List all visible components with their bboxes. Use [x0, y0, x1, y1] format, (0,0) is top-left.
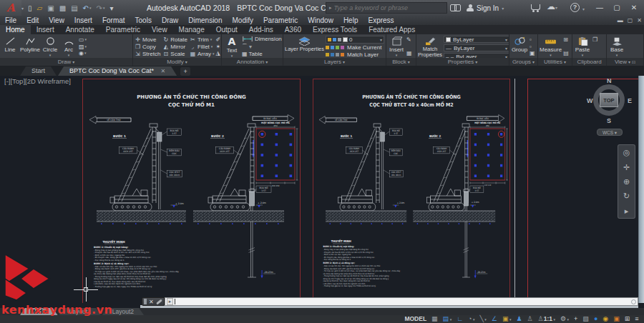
- help-icon[interactable]: ?: [570, 3, 580, 12]
- doc-minimize-button[interactable]: ▬: [618, 16, 623, 25]
- insert-button[interactable]: Insert▾: [388, 35, 405, 58]
- ribbon-tab-annotate[interactable]: Annotate: [60, 25, 100, 34]
- menu-express[interactable]: Express: [363, 16, 399, 25]
- menu-insert[interactable]: Insert: [69, 16, 97, 25]
- isodraft-icon[interactable]: ╲▾: [477, 315, 489, 323]
- id-point-icon[interactable]: ▤: [563, 50, 569, 56]
- array-button[interactable]: ▦Array▾: [190, 50, 215, 57]
- file-tab-close-icon[interactable]: ✕: [160, 68, 165, 74]
- modify-panel-caption[interactable]: Modify▾: [133, 58, 221, 66]
- ribbon-tab-express-tools[interactable]: Express Tools: [307, 25, 363, 34]
- command-input-bar[interactable]: ▸: [165, 297, 638, 306]
- a360-cloud-icon[interactable]: ☁▾: [547, 1, 557, 11]
- vertical-scrollbar[interactable]: [638, 76, 644, 303]
- menu-draw[interactable]: Draw: [157, 16, 183, 25]
- menu-edit[interactable]: Edit: [21, 16, 44, 25]
- new-drawing-tab-button[interactable]: +: [180, 67, 190, 76]
- menu-file[interactable]: File: [0, 16, 21, 25]
- layer-properties-button[interactable]: Layer Properties: [285, 35, 324, 58]
- annotation-scale-icon[interactable]: ♙1:1▾: [535, 315, 557, 323]
- command-customize-wrench-icon[interactable]: [156, 299, 162, 304]
- rectangle-icon[interactable]: ▭▾: [79, 36, 87, 43]
- copy-clip-icon[interactable]: ❐: [592, 36, 597, 43]
- ribbon-tab-parametric[interactable]: Parametric: [100, 25, 146, 34]
- help-search-box[interactable]: ▸: [326, 2, 447, 14]
- wcs-dropdown[interactable]: WCS ▾: [597, 129, 623, 136]
- command-close-icon[interactable]: ✕: [149, 299, 154, 305]
- menu-format[interactable]: Format: [97, 16, 130, 25]
- menu-view[interactable]: View: [44, 16, 69, 25]
- menu-parametric[interactable]: Parametric: [258, 16, 303, 25]
- hatch-icon[interactable]: ▨▾: [79, 44, 87, 50]
- mirror-button[interactable]: ◭Mirror: [162, 43, 187, 50]
- file-tab-document[interactable]: BPTC Coc Dong Va Coc Cat* ✕: [58, 66, 177, 76]
- ribbon-tab-output[interactable]: Output: [210, 25, 243, 34]
- model-space-toggle[interactable]: MODEL: [402, 315, 429, 323]
- close-button[interactable]: ✕: [625, 0, 643, 16]
- annotation-monitor-icon[interactable]: +: [572, 315, 580, 323]
- hardware-acceleration-icon[interactable]: ●: [591, 315, 600, 323]
- minimize-button[interactable]: —: [591, 0, 608, 16]
- offset-icon[interactable]: ◮: [216, 50, 221, 56]
- groups-panel-caption[interactable]: Groups▾: [509, 58, 537, 66]
- sign-in-button[interactable]: Sign In ▾: [467, 0, 504, 16]
- utilities-panel-caption[interactable]: Utilities▾: [538, 58, 572, 66]
- app-menu-caret-icon[interactable]: ▾: [21, 6, 24, 11]
- erase-icon[interactable]: ✐: [216, 36, 221, 43]
- autocad-logo-icon[interactable]: A: [0, 0, 21, 16]
- object-snap-icon[interactable]: ▣▾: [499, 315, 514, 323]
- block-panel-caption[interactable]: Block▾: [386, 58, 416, 66]
- orbit-icon[interactable]: ↻: [623, 192, 630, 200]
- search-binoculars-icon[interactable]: [450, 4, 462, 11]
- pan-icon[interactable]: ✛: [623, 163, 630, 172]
- ribbon-tab-add-ins[interactable]: Add-ins: [243, 25, 279, 34]
- command-grip[interactable]: [144, 299, 147, 304]
- command-input[interactable]: [177, 299, 630, 305]
- maximize-button[interactable]: ▢: [608, 0, 625, 16]
- save-as-icon[interactable]: ▩: [57, 4, 68, 12]
- ribbon-tab-insert[interactable]: Insert: [31, 25, 60, 34]
- group-button[interactable]: Group: [511, 35, 528, 58]
- explode-icon[interactable]: ✶: [216, 44, 221, 50]
- fillet-button[interactable]: ◞Fillet▾: [190, 43, 215, 50]
- command-search-icon[interactable]: [631, 299, 636, 304]
- properties-panel-caption[interactable]: Properties▾: [416, 58, 509, 66]
- text-button[interactable]: A Text▾: [223, 35, 240, 58]
- menu-modify[interactable]: Modify: [228, 16, 258, 25]
- ribbon-tab-manage[interactable]: Manage: [173, 25, 210, 34]
- clean-screen-icon[interactable]: ▣: [611, 315, 623, 323]
- drawing-canvas[interactable]: [-][Top][2D Wireframe]: [0, 76, 644, 305]
- doc-restore-button[interactable]: ▢: [628, 16, 633, 25]
- store-cart-icon[interactable]: [531, 4, 540, 10]
- view-panel-caption[interactable]: View▾⊡: [607, 58, 643, 66]
- viewcube-north[interactable]: N: [607, 77, 612, 84]
- file-tab-start[interactable]: Start: [20, 66, 57, 76]
- ribbon-tab-view[interactable]: View: [146, 25, 173, 34]
- menu-tools[interactable]: Tools: [130, 16, 157, 25]
- search-expand-icon[interactable]: ▸: [329, 5, 332, 11]
- rotate-button[interactable]: ↻Rotate: [162, 36, 187, 43]
- viewcube[interactable]: N S W E TOP WCS ▾: [586, 77, 632, 140]
- linetype-select[interactable]: – –ByLayer ▾: [444, 53, 509, 58]
- lineweight-select[interactable]: —ByLayer ▾: [444, 44, 509, 51]
- quick-properties-icon[interactable]: ▧: [580, 315, 592, 323]
- isolate-objects-icon[interactable]: ◉: [600, 315, 611, 323]
- showmotion-icon[interactable]: ▸: [625, 207, 629, 215]
- menu-window[interactable]: Window: [303, 16, 338, 25]
- stretch-button[interactable]: ⇲Stretch: [135, 50, 160, 57]
- define-attr-icon[interactable]: ▦: [406, 50, 412, 56]
- line-button[interactable]: Line: [1, 35, 19, 58]
- ungroup-icon[interactable]: ▫: [530, 36, 535, 43]
- snap-icon[interactable]: ▤▾: [440, 315, 454, 323]
- ribbon-tab-home[interactable]: Home: [0, 25, 31, 34]
- viewcube-south[interactable]: S: [607, 117, 611, 124]
- navigation-wheel-icon[interactable]: ◎: [623, 148, 630, 156]
- edit-block-icon[interactable]: ✎: [406, 36, 412, 43]
- fullscreen-icon[interactable]: ⊞: [622, 315, 633, 323]
- group-edit-icon[interactable]: ▫: [530, 44, 535, 50]
- dimension-button[interactable]: Dimension: [242, 36, 282, 42]
- help-caret-icon[interactable]: ▾: [582, 6, 585, 11]
- viewport-controls[interactable]: [-][Top][2D Wireframe]: [4, 77, 71, 85]
- table-button[interactable]: ▦ Table: [242, 51, 282, 57]
- ortho-icon[interactable]: ∟: [454, 315, 466, 323]
